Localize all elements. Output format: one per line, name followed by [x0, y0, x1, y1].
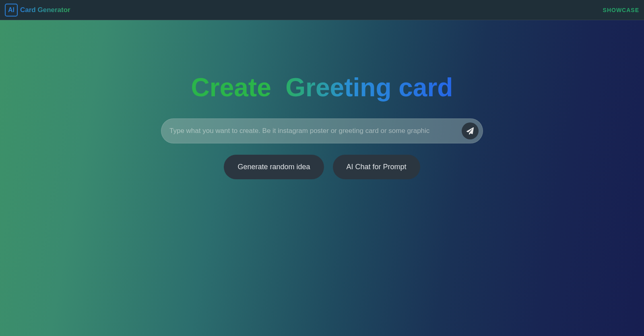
hero-section: Create Greeting card Generate random ide… [0, 20, 644, 336]
action-buttons-row: Generate random idea AI Chat for Prompt [224, 155, 420, 179]
submit-button[interactable] [462, 122, 479, 139]
generate-random-button[interactable]: Generate random idea [224, 155, 324, 179]
nav-showcase-link[interactable]: SHOWCASE [603, 7, 639, 13]
logo-badge-icon: AI [5, 4, 18, 17]
prompt-input-container [161, 118, 483, 143]
hero-title: Create Greeting card [191, 73, 453, 102]
logo-text: Card Generator [20, 6, 70, 14]
prompt-input[interactable] [168, 127, 462, 135]
logo[interactable]: AI Card Generator [5, 4, 70, 17]
ai-chat-button[interactable]: AI Chat for Prompt [333, 155, 420, 179]
paper-plane-icon [466, 127, 474, 135]
header: AI Card Generator SHOWCASE [0, 0, 644, 20]
